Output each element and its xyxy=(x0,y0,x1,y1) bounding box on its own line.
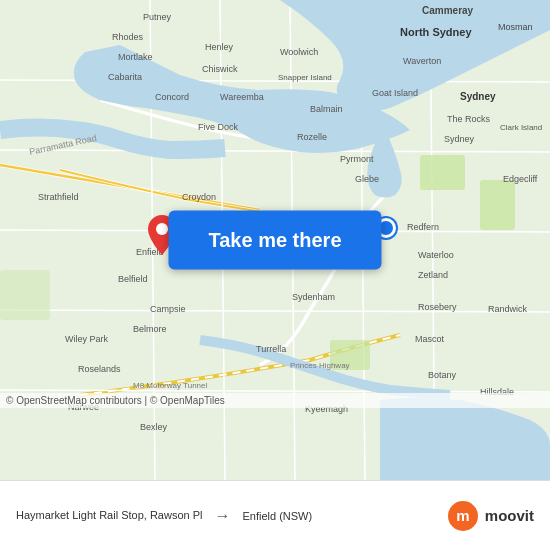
svg-text:Five Dock: Five Dock xyxy=(198,122,239,132)
svg-text:Belfield: Belfield xyxy=(118,274,148,284)
svg-text:Croydon: Croydon xyxy=(182,192,216,202)
svg-text:Snapper Island: Snapper Island xyxy=(278,73,332,82)
svg-text:Turrella: Turrella xyxy=(256,344,286,354)
map-attribution: © OpenStreetMap contributors | © OpenMap… xyxy=(0,393,550,408)
route-info: Haymarket Light Rail Stop, Rawson Pl → E… xyxy=(16,507,448,525)
svg-rect-16 xyxy=(0,270,50,320)
moovit-logo: m moovit xyxy=(448,501,534,531)
svg-text:M8 Motorway Tunnel: M8 Motorway Tunnel xyxy=(133,381,207,390)
svg-text:Balmain: Balmain xyxy=(310,104,343,114)
svg-text:Waverton: Waverton xyxy=(403,56,441,66)
svg-text:Chiswick: Chiswick xyxy=(202,64,238,74)
svg-text:Putney: Putney xyxy=(143,12,172,22)
svg-text:Rozelle: Rozelle xyxy=(297,132,327,142)
svg-text:The Rocks: The Rocks xyxy=(447,114,491,124)
svg-text:North Sydney: North Sydney xyxy=(400,26,472,38)
svg-text:Mosman: Mosman xyxy=(498,22,533,32)
svg-point-68 xyxy=(156,223,168,235)
svg-text:Mortlake: Mortlake xyxy=(118,52,153,62)
svg-text:Wiley Park: Wiley Park xyxy=(65,334,109,344)
svg-text:Sydney: Sydney xyxy=(444,134,475,144)
svg-text:Roselands: Roselands xyxy=(78,364,121,374)
map-container: Putney Rhodes Cammeray North Sydney Mosm… xyxy=(0,0,550,480)
svg-text:Sydney: Sydney xyxy=(460,91,496,102)
svg-text:Belmore: Belmore xyxy=(133,324,167,334)
svg-text:Princes Highway: Princes Highway xyxy=(290,361,350,370)
svg-text:Rosebery: Rosebery xyxy=(418,302,457,312)
svg-text:Mascot: Mascot xyxy=(415,334,445,344)
svg-text:Henley: Henley xyxy=(205,42,234,52)
svg-rect-13 xyxy=(420,155,465,190)
svg-text:Woolwich: Woolwich xyxy=(280,47,318,57)
svg-text:Randwick: Randwick xyxy=(488,304,528,314)
svg-text:Pyrmont: Pyrmont xyxy=(340,154,374,164)
route-destination-label: Enfield (NSW) xyxy=(242,510,312,522)
svg-text:Botany: Botany xyxy=(428,370,457,380)
svg-text:Goat Island: Goat Island xyxy=(372,88,418,98)
route-origin-label: Haymarket Light Rail Stop, Rawson Pl xyxy=(16,508,202,523)
svg-text:Sydenham: Sydenham xyxy=(292,292,335,302)
take-me-there-button[interactable]: Take me there xyxy=(168,211,381,270)
svg-text:Clark Island: Clark Island xyxy=(500,123,542,132)
svg-text:Cabarita: Cabarita xyxy=(108,72,142,82)
svg-text:Bexley: Bexley xyxy=(140,422,168,432)
bottom-bar: Haymarket Light Rail Stop, Rawson Pl → E… xyxy=(0,480,550,550)
moovit-icon: m xyxy=(448,501,478,531)
svg-text:Concord: Concord xyxy=(155,92,189,102)
svg-text:Cammeray: Cammeray xyxy=(422,5,474,16)
svg-text:Campsie: Campsie xyxy=(150,304,186,314)
svg-text:Wareemba: Wareemba xyxy=(220,92,264,102)
svg-text:Zetland: Zetland xyxy=(418,270,448,280)
moovit-label: moovit xyxy=(485,507,534,524)
svg-text:Redfern: Redfern xyxy=(407,222,439,232)
route-arrow-icon: → xyxy=(214,507,230,525)
svg-text:Edgecliff: Edgecliff xyxy=(503,174,538,184)
svg-text:Rhodes: Rhodes xyxy=(112,32,144,42)
svg-text:Glebe: Glebe xyxy=(355,174,379,184)
svg-rect-14 xyxy=(480,180,515,230)
svg-text:Strathfield: Strathfield xyxy=(38,192,79,202)
svg-text:Waterloo: Waterloo xyxy=(418,250,454,260)
